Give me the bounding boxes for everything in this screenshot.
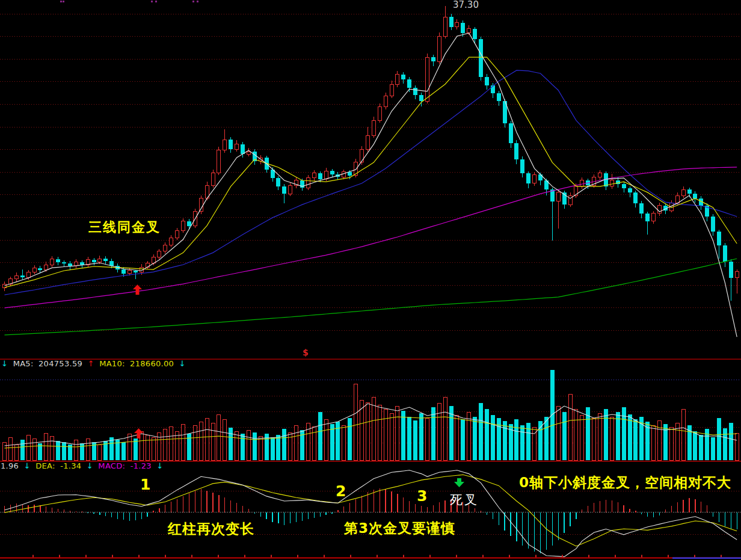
- vol-lead-arrow-icon: ↓: [1, 359, 8, 368]
- annotation-death-cross: 死叉: [450, 494, 479, 506]
- annotation-cross-3: 3: [417, 488, 427, 503]
- volume-panel[interactable]: [0, 359, 741, 461]
- vol-ma10-down-arrow-icon: ↓: [179, 359, 186, 368]
- annotation-red-bars-longer: 红柱再次变长: [168, 522, 254, 536]
- vol-ma10-value: 218660.00: [130, 359, 174, 368]
- macd-macd-label: MACD:: [98, 461, 125, 470]
- macd-macd-value: -1.23: [131, 461, 152, 470]
- buy-arrow-volume-icon: [134, 428, 143, 441]
- vol-ma5-value: 204753.59: [38, 359, 82, 368]
- macd-header: 1.96 ↓ DEA: -1.34 ↓ MACD: -1.23 ↓: [1, 462, 165, 470]
- macd-dea-down-arrow-icon: ↓: [87, 461, 93, 470]
- buy-arrow-main-icon: [133, 285, 142, 297]
- dollar-marker: $: [303, 348, 309, 357]
- vol-ma5-up-arrow-icon: ↑: [88, 359, 94, 368]
- macd-macd-down-arrow-icon: ↓: [156, 461, 163, 470]
- kline-app: 37.30 三线同金叉 $ ↓ MA5: 204753.59 ↑ MA10: 2…: [0, 0, 741, 560]
- peak-price-label: 37.30: [453, 1, 479, 10]
- annotation-cross-1: 1: [140, 477, 150, 492]
- death-cross-arrow-icon: [454, 478, 464, 490]
- macd-dif-value: 1.96: [1, 461, 19, 470]
- vol-ma5-label: MA5:: [13, 359, 34, 368]
- annotation-cross-2: 2: [336, 484, 346, 499]
- main-chart-panel[interactable]: [0, 0, 741, 359]
- annotation-zero-axis-note: 0轴下小斜度金叉，空间相对不大: [519, 476, 731, 490]
- macd-dea-label: DEA:: [35, 461, 55, 470]
- annotation-third-cross-caution: 第3次金叉要谨慎: [344, 522, 455, 535]
- vol-ma10-label: MA10:: [99, 359, 125, 368]
- volume-ma-header: ↓ MA5: 204753.59 ↑ MA10: 218660.00 ↓: [1, 360, 188, 368]
- macd-dif-down-arrow-icon: ↓: [24, 461, 31, 470]
- annotation-three-line-golden-cross: 三线同金叉: [88, 221, 161, 234]
- macd-dea-value: -1.34: [60, 461, 81, 470]
